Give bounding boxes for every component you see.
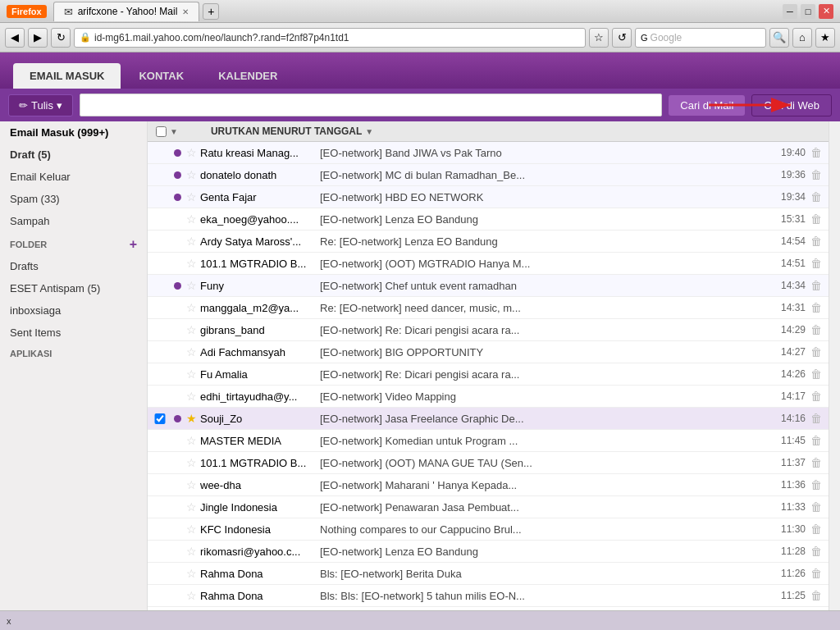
star-button[interactable]: ☆ (186, 168, 197, 181)
email-row[interactable]: ☆ KFC Indonesia Nothing compares to our … (148, 518, 829, 541)
bookmark-button[interactable]: ★ (815, 28, 835, 48)
delete-button[interactable]: 🗑 (810, 523, 822, 536)
star-button[interactable]: ★ (186, 412, 197, 425)
new-tab-button[interactable]: + (203, 3, 219, 20)
select-all-checkbox[interactable] (156, 126, 167, 137)
tab-email[interactable]: EMAIL MASUK (13, 63, 121, 89)
star-button[interactable]: ☆ (186, 212, 197, 226)
delete-button[interactable]: 🗑 (810, 190, 822, 203)
email-checkbox[interactable] (154, 413, 166, 424)
delete-button[interactable]: 🗑 (810, 390, 822, 403)
delete-button[interactable]: 🗑 (810, 323, 822, 336)
mail-search-input[interactable] (80, 94, 662, 116)
email-row[interactable]: ☆ Ratu kreasi Manag... [EO-network] Band… (148, 142, 829, 164)
delete-button[interactable]: 🗑 (810, 456, 822, 469)
star-button[interactable]: ☆ (186, 279, 197, 292)
star-button[interactable]: ☆ (186, 567, 197, 580)
sidebar-item-inbox[interactable]: Email Masuk (999+) (0, 121, 147, 144)
delete-button[interactable]: 🗑 (810, 368, 822, 381)
star-button[interactable]: ☆ (186, 545, 197, 558)
email-row[interactable]: ☆ wee-dha [EO-network] Maharani ' Hanya … (148, 474, 829, 496)
compose-button[interactable]: ✏ Tulis ▾ (8, 94, 73, 116)
home-button[interactable]: ⌂ (792, 28, 812, 48)
star-button[interactable]: ☆ (186, 235, 197, 248)
checkbox-dropdown[interactable]: ▼ (170, 127, 178, 136)
delete-button[interactable]: 🗑 (810, 168, 822, 181)
delete-button[interactable]: 🗑 (810, 589, 822, 602)
sort-dropdown-icon[interactable]: ▼ (365, 127, 373, 136)
star-button[interactable]: ☆ (186, 190, 197, 203)
email-row[interactable]: ☆ Rahma Dona Bls: Bls: [EO-network] 5 ta… (148, 585, 829, 607)
star-button[interactable]: ☆ (186, 301, 197, 314)
delete-button[interactable]: 🗑 (810, 146, 822, 159)
delete-button[interactable]: 🗑 (810, 500, 822, 514)
email-row[interactable]: ☆ manggala_m2@ya... Re: [EO-network] nee… (148, 297, 829, 319)
email-row[interactable]: ☆ Ardy Satya Maross'... Re: [EO-network]… (148, 231, 829, 253)
sidebar-item-draft[interactable]: Draft (5) (0, 144, 147, 166)
email-row[interactable]: ☆ MASTER MEDIA [EO-network] Komedian unt… (148, 430, 829, 452)
tab-kontak[interactable]: KONTAK (122, 63, 200, 89)
search-button[interactable]: 🔍 (769, 28, 789, 48)
close-button[interactable]: ✕ (819, 4, 833, 19)
refresh-button[interactable]: ↻ (51, 28, 71, 48)
delete-button[interactable]: 🗑 (810, 412, 822, 425)
star-button[interactable]: ☆ (589, 28, 609, 48)
delete-button[interactable]: 🗑 (810, 279, 822, 292)
back-button[interactable]: ◀ (5, 28, 25, 48)
sidebar-item-inboxsiaga[interactable]: inboxsiaga (0, 299, 147, 322)
email-row[interactable]: ☆ rikomasri@yahoo.c... [EO-network] Lenz… (148, 541, 829, 563)
email-row[interactable]: ☆ gibrans_band [EO-network] Re: Dicari p… (148, 319, 829, 341)
add-folder-button[interactable]: + (130, 237, 137, 252)
star-button[interactable]: ☆ (186, 323, 197, 336)
delete-button[interactable]: 🗑 (810, 235, 822, 248)
email-row[interactable]: ☆ edhi_tirtayudha@y... [EO-network] Vide… (148, 386, 829, 408)
delete-button[interactable]: 🗑 (810, 567, 822, 580)
reload-button[interactable]: ↺ (612, 28, 632, 48)
delete-button[interactable]: 🗑 (810, 345, 822, 358)
star-button[interactable]: ☆ (186, 478, 197, 491)
star-button[interactable]: ☆ (186, 345, 197, 358)
maximize-button[interactable]: □ (801, 4, 815, 19)
minimize-button[interactable]: ─ (783, 4, 797, 19)
email-row[interactable]: ☆ Jingle Indonesia [EO-network] Penawara… (148, 496, 829, 518)
address-bar[interactable]: 🔒 id-mg61.mail.yahoo.com/neo/launch?.ran… (74, 28, 586, 48)
sidebar-item-drafts-folder[interactable]: Drafts (0, 255, 147, 277)
sidebar-item-trash[interactable]: Sampah (0, 210, 147, 232)
sidebar-item-eset[interactable]: ESET Antispam (5) (0, 277, 147, 299)
tab-close-button[interactable]: ✕ (182, 7, 189, 16)
delete-button[interactable]: 🗑 (810, 301, 822, 314)
star-button[interactable]: ☆ (186, 257, 197, 270)
email-row[interactable]: ☆ Adi Fachmansyah [EO-network] BIG OPPOR… (148, 341, 829, 363)
star-button[interactable]: ☆ (186, 434, 197, 447)
email-row[interactable]: ☆ eka_noeg@yahoo.... [EO-network] Lenza … (148, 208, 829, 231)
email-row[interactable]: ☆ 101.1 MGTRADIO B... [EO-network] (OOT)… (148, 452, 829, 474)
sidebar-item-sent-items[interactable]: Sent Items (0, 322, 147, 344)
email-row[interactable]: ☆ Fu Amalia [EO-network] Re: Dicari peng… (148, 363, 829, 386)
email-row[interactable]: ☆ 101.1 MGTRADIO B... [EO-network] (OOT)… (148, 253, 829, 275)
delete-button[interactable]: 🗑 (810, 478, 822, 491)
star-button[interactable]: ☆ (186, 368, 197, 381)
browser-tab[interactable]: ✉ arifcxone - Yahoo! Mail ✕ (53, 2, 200, 21)
star-button[interactable]: ☆ (186, 500, 197, 514)
delete-button[interactable]: 🗑 (810, 257, 822, 270)
email-row[interactable]: ☆ Rahma Dona Bls: [EO-network] Berita Du… (148, 563, 829, 585)
email-row[interactable]: ★ Souji_Zo [EO-network] Jasa Freelance G… (148, 408, 829, 430)
sort-label[interactable]: URUTKAN MENURUT TANGGAL (211, 126, 362, 137)
email-row[interactable]: ☆ donatelo donath [EO-network] MC di bul… (148, 164, 829, 186)
star-button[interactable]: ☆ (186, 456, 197, 469)
scrollbar[interactable] (829, 121, 840, 610)
star-button[interactable]: ☆ (186, 523, 197, 536)
delete-button[interactable]: 🗑 (810, 434, 822, 447)
email-row[interactable]: ☆ Genta Fajar [EO-network] HBD EO NETWOR… (148, 186, 829, 208)
forward-button[interactable]: ▶ (28, 28, 48, 48)
star-button[interactable]: ☆ (186, 146, 197, 159)
tab-kalender[interactable]: KALENDER (202, 63, 294, 89)
sidebar-item-spam[interactable]: Spam (33) (0, 188, 147, 210)
delete-button[interactable]: 🗑 (810, 545, 822, 558)
email-row[interactable]: ☆ Funy [EO-network] Chef untuk event ram… (148, 275, 829, 297)
delete-button[interactable]: 🗑 (810, 212, 822, 226)
star-button[interactable]: ☆ (186, 390, 197, 403)
star-button[interactable]: ☆ (186, 589, 197, 602)
sidebar-item-sent[interactable]: Email Keluar (0, 166, 147, 188)
browser-search-bar[interactable]: G Google (635, 28, 766, 48)
